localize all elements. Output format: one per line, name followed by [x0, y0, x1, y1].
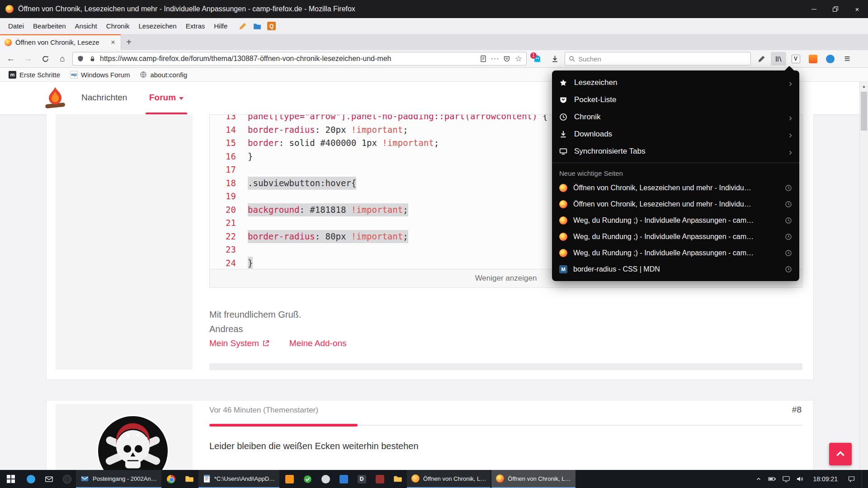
start-button[interactable]	[0, 470, 22, 488]
chevron-right-icon: ›	[789, 113, 792, 122]
library-menu-synchronisierte-tabs[interactable]: Synchronisierte Tabs ›	[552, 143, 799, 160]
extension-blue-icon[interactable]	[822, 52, 838, 66]
history-clock-icon	[785, 184, 792, 192]
library-menu-pocket-liste[interactable]: Pocket-Liste	[552, 91, 799, 108]
tab-oeffnen-von-chronik[interactable]: Öffnen von Chronik, Leseze ×	[0, 34, 121, 50]
pinned-icon-gray[interactable]	[316, 470, 335, 488]
collapse-code-link[interactable]: Weniger anzeigen	[475, 274, 537, 283]
close-button[interactable]: ×	[846, 0, 868, 18]
avatar[interactable]	[97, 415, 169, 470]
firefox-favicon	[559, 184, 567, 192]
menu-item-lesezeichen[interactable]: Lesezeichen	[134, 18, 181, 34]
chevron-right-icon: ›	[789, 130, 792, 139]
pinned-icon-dark[interactable]	[58, 470, 76, 488]
history-item[interactable]: M border-radius - CSS | MDN	[552, 261, 799, 277]
library-menu-chronik[interactable]: Chronik ›	[552, 108, 799, 126]
page-actions-icon[interactable]: ···	[491, 55, 499, 63]
menu-item-ansicht[interactable]: Ansicht	[71, 18, 102, 34]
pinned-icon-d[interactable]: D	[353, 470, 371, 488]
pinned-icon-blue-square[interactable]	[335, 470, 353, 488]
video-download-helper-icon[interactable]: V	[788, 52, 803, 66]
firefox-favicon	[559, 249, 567, 257]
search-input[interactable]	[578, 55, 747, 63]
menu-hamburger-icon[interactable]: ≡	[840, 52, 855, 66]
taskbar-button-firefox-dev[interactable]: Öffnen von Chronik, L…	[407, 470, 491, 488]
library-menu-downloads[interactable]: Downloads ›	[552, 126, 799, 143]
post8-permalink[interactable]: #8	[792, 405, 802, 415]
downloads-icon[interactable]	[547, 52, 562, 66]
bookmark-windows-forum[interactable]: wp Windows Forum	[66, 69, 134, 80]
display-icon[interactable]	[783, 476, 790, 482]
bookmark-star-icon[interactable]: ☆	[514, 55, 523, 63]
lock-icon[interactable]	[88, 55, 96, 63]
scroll-to-top-button[interactable]	[829, 443, 852, 465]
tracking-protection-shield-icon[interactable]	[76, 55, 85, 63]
q-extension-icon[interactable]: Q	[267, 22, 276, 30]
pencil-icon[interactable]	[754, 52, 769, 66]
history-item[interactable]: Weg, du Rundung ;) - Individuelle Anpass…	[552, 212, 799, 229]
menu-item-datei[interactable]: Datei	[4, 18, 28, 34]
library-icon[interactable]	[771, 52, 786, 66]
pinned-icon-maroon[interactable]	[371, 470, 389, 488]
ghostery-icon[interactable]: 1	[529, 52, 545, 66]
tab-favicon	[5, 39, 12, 46]
camp-firefox-logo[interactable]	[43, 86, 67, 110]
history-item[interactable]: Öffnen von Chronik, Lesezeichen und mehr…	[552, 180, 799, 196]
site-nav-forum[interactable]: Forum	[149, 93, 184, 103]
mdn-favicon: M	[559, 265, 567, 273]
tray-chevron-up-icon[interactable]	[755, 476, 762, 482]
meine-addons-link[interactable]: Meine Add-ons	[289, 338, 347, 348]
url-bar[interactable]: https://www.camp-firefox.de/forum/thema/…	[72, 52, 527, 66]
forward-button[interactable]: →	[21, 52, 35, 66]
home-button[interactable]: ⌂	[55, 52, 70, 66]
site-nav-messages[interactable]: Nachrichten	[81, 93, 127, 103]
taskbar-clock[interactable]: 18:09:21	[810, 475, 842, 483]
scrollbar-thumb[interactable]	[861, 92, 867, 131]
mein-system-link[interactable]: Mein System	[209, 338, 269, 348]
back-button[interactable]: ←	[4, 52, 18, 66]
close-icon: ×	[855, 5, 859, 13]
pencil-extension-icon[interactable]	[238, 22, 247, 31]
taskbar-button-notepad[interactable]: *C:\Users\Andi\AppD…	[198, 470, 279, 488]
history-item[interactable]: Weg, du Rundung ;) - Individuelle Anpass…	[552, 245, 799, 261]
history-item[interactable]: Öffnen von Chronik, Lesezeichen und mehr…	[552, 196, 799, 212]
new-tab-button[interactable]: +	[121, 34, 137, 50]
extension-orange-icon[interactable]	[805, 52, 821, 66]
library-menu-lesezeichen[interactable]: Lesezeichen ›	[552, 74, 799, 91]
speaker-icon[interactable]	[796, 476, 803, 482]
bookmark-about-config[interactable]: about:config	[136, 69, 191, 80]
menu-item-bearbeiten[interactable]: Bearbeiten	[28, 18, 71, 34]
chevron-right-icon: ›	[789, 147, 792, 156]
reload-button[interactable]	[38, 52, 52, 66]
action-center-icon[interactable]	[848, 476, 855, 483]
folder-icon[interactable]	[180, 470, 198, 488]
chrome-icon[interactable]	[162, 470, 180, 488]
page-scrollbar[interactable]: ▲	[859, 82, 868, 470]
close-tab-icon[interactable]: ×	[110, 38, 116, 47]
taskbar-button-posteingang[interactable]: Posteingang - 2002An…	[76, 470, 161, 488]
menu-item-extras[interactable]: Extras	[181, 18, 210, 34]
folder-extension-icon[interactable]	[253, 22, 262, 31]
history-item[interactable]: Weg, du Rundung ;) - Individuelle Anpass…	[552, 229, 799, 245]
show-desktop-button[interactable]	[862, 470, 865, 488]
reader-mode-icon[interactable]	[479, 55, 487, 63]
menu-item-hilfe[interactable]: Hilfe	[209, 18, 232, 34]
battery-icon[interactable]	[768, 476, 776, 482]
folder-icon[interactable]	[389, 470, 407, 488]
menu-item-chronik[interactable]: Chronik	[102, 18, 134, 34]
pinned-icon-blue[interactable]	[22, 470, 40, 488]
scrollbar-up-arrow[interactable]: ▲	[860, 82, 868, 90]
post-divider-bar	[209, 424, 802, 427]
minimize-button[interactable]	[803, 0, 825, 18]
jdownloader-icon[interactable]	[280, 470, 298, 488]
pocket-icon[interactable]	[503, 55, 511, 63]
tab-accent-line	[0, 34, 121, 35]
taskbar-button-firefox[interactable]: Öffnen von Chronik, L…	[491, 470, 575, 488]
pinned-mail-icon[interactable]	[40, 470, 58, 488]
bookmark-erste-schritte[interactable]: m Erste Schritte	[5, 69, 64, 80]
antivirus-check-icon[interactable]	[298, 470, 316, 488]
panel-section-title: Neue wichtige Seiten	[552, 166, 799, 180]
restore-button[interactable]	[825, 0, 846, 18]
windows-taskbar: Posteingang - 2002An… *C:\Users\Andi\App…	[0, 470, 868, 488]
history-clock-icon	[785, 233, 792, 240]
